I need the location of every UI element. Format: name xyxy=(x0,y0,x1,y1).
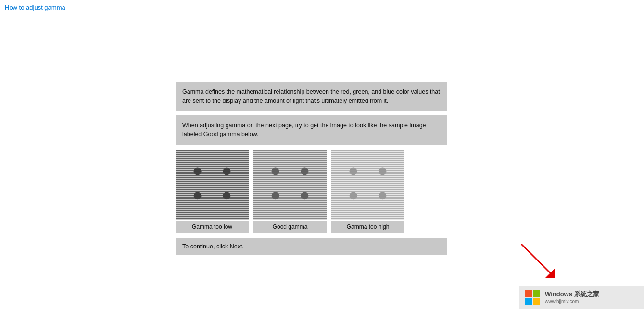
watermark-bar: Windows 系统之家 www.bjjmlv.com xyxy=(519,286,644,309)
page-title: How to adjust gamma xyxy=(5,4,65,11)
watermark-text: Windows 系统之家 www.bjjmlv.com xyxy=(545,290,599,305)
info-text-box: Gamma defines the mathematical relations… xyxy=(176,82,447,111)
svg-rect-3 xyxy=(533,290,540,297)
windows-logo-icon xyxy=(524,289,541,306)
gamma-label-low: Gamma too low xyxy=(176,221,249,233)
instruction-text-box: When adjusting gamma on the next page, t… xyxy=(176,115,447,145)
continue-text-box: To continue, click Next. xyxy=(176,238,447,255)
svg-rect-2 xyxy=(525,290,532,297)
gamma-label-good: Good gamma xyxy=(253,221,327,233)
gamma-sample-good: Good gamma xyxy=(253,150,327,233)
gamma-image-low xyxy=(176,150,249,220)
gamma-images-row: Gamma too low Good gamma Gamma too high xyxy=(176,150,447,233)
arrow-pointer xyxy=(519,242,557,280)
watermark-site-name: Windows 系统之家 xyxy=(545,290,599,298)
svg-rect-4 xyxy=(525,298,532,305)
gamma-image-good xyxy=(253,150,327,220)
watermark-site-url: www.bjjmlv.com xyxy=(545,298,599,305)
gamma-sample-low: Gamma too low xyxy=(176,150,249,233)
gamma-image-high xyxy=(331,150,404,220)
svg-line-0 xyxy=(521,244,553,275)
content-area: Gamma defines the mathematical relations… xyxy=(176,82,447,255)
gamma-label-high: Gamma too high xyxy=(331,221,404,233)
gamma-sample-high: Gamma too high xyxy=(331,150,404,233)
svg-rect-5 xyxy=(533,298,540,305)
